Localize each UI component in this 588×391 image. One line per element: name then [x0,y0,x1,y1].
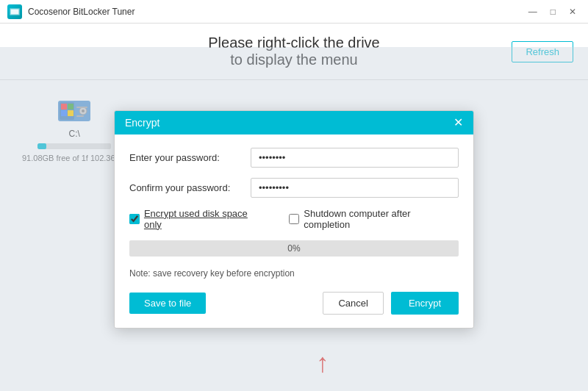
close-btn[interactable]: ✕ [564,5,581,18]
dialog-footer: Save to file Cancel Encrypt [129,289,459,315]
cancel-button[interactable]: Cancel [323,292,383,315]
progress-text: 0% [287,243,300,254]
shutdown-label: Shutdown computer after completion [304,208,459,230]
progress-container: 0% [129,240,459,257]
confirm-password-input[interactable] [251,178,459,198]
password-label: Enter your password: [129,152,243,163]
encrypt-button[interactable]: Encrypt [391,292,459,315]
dialog-close-button[interactable]: ✕ [453,117,463,129]
minimize-btn[interactable]: — [524,5,542,18]
shutdown-checkbox[interactable] [289,214,299,224]
titlebar-controls: — □ ✕ [524,5,581,18]
progress-bar: 0% [129,240,459,257]
titlebar: Cocosenor BitLocker Tuner — □ ✕ [0,0,588,24]
confirm-password-row: Confirm your password: [129,178,459,198]
shutdown-option[interactable]: Shutdown computer after completion [289,208,459,230]
encrypt-disk-checkbox[interactable] [129,214,140,224]
main-content: Please right-click the drive to display … [0,24,588,391]
titlebar-left: Cocosenor BitLocker Tuner [7,4,135,19]
options-row: Encrypt used disk space only Shutdown co… [129,208,459,230]
encrypt-disk-label: Encrypt used disk space only [144,208,268,230]
encrypt-disk-option[interactable]: Encrypt used disk space only [129,208,267,230]
password-row: Enter your password: [129,148,459,168]
dialog-header: Encrypt ✕ [115,111,473,134]
modal-overlay: Encrypt ✕ Enter your password: Confirm y… [0,47,588,391]
note-text: Note: save recovery key before encryptio… [129,268,459,279]
svg-rect-2 [11,10,18,14]
confirm-label: Confirm your password: [129,182,243,193]
dialog-body: Enter your password: Confirm your passwo… [115,134,473,328]
dialog-title: Encrypt [125,117,159,129]
footer-right-buttons: Cancel Encrypt [323,292,459,315]
maximize-btn[interactable]: □ [546,5,560,18]
encrypt-dialog: Encrypt ✕ Enter your password: Confirm y… [114,110,474,329]
password-input[interactable] [251,148,459,168]
app-icon [7,4,22,19]
titlebar-title: Cocosenor BitLocker Tuner [28,7,135,17]
save-to-file-button[interactable]: Save to file [129,293,206,314]
